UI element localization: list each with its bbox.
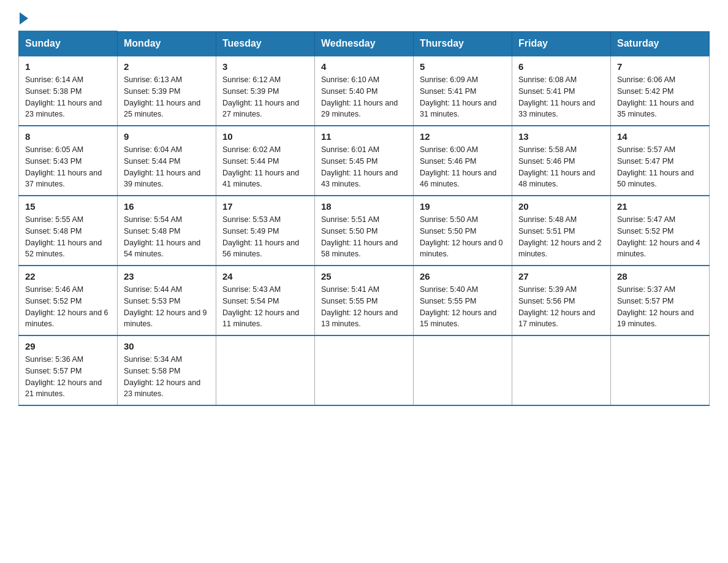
- calendar-cell: 4 Sunrise: 6:10 AMSunset: 5:40 PMDayligh…: [315, 56, 414, 126]
- logo-arrow-icon: [20, 12, 28, 25]
- day-info: Sunrise: 5:51 AMSunset: 5:50 PMDaylight:…: [321, 215, 398, 258]
- day-number: 29: [25, 341, 111, 351]
- day-info: Sunrise: 5:46 AMSunset: 5:52 PMDaylight:…: [25, 285, 108, 328]
- calendar-cell: 19 Sunrise: 5:50 AMSunset: 5:50 PMDaylig…: [414, 196, 512, 266]
- day-info: Sunrise: 6:13 AMSunset: 5:39 PMDaylight:…: [124, 75, 200, 118]
- day-info: Sunrise: 6:01 AMSunset: 5:45 PMDaylight:…: [321, 145, 398, 188]
- column-header-friday: Friday: [512, 31, 611, 56]
- day-info: Sunrise: 5:43 AMSunset: 5:54 PMDaylight:…: [222, 285, 299, 328]
- calendar-cell: 14 Sunrise: 5:57 AMSunset: 5:47 PMDaylig…: [611, 126, 710, 196]
- day-number: 8: [25, 131, 111, 142]
- day-info: Sunrise: 5:50 AMSunset: 5:50 PMDaylight:…: [420, 215, 503, 258]
- day-number: 4: [321, 61, 407, 72]
- day-number: 13: [518, 131, 604, 142]
- calendar-cell: 10 Sunrise: 6:02 AMSunset: 5:44 PMDaylig…: [216, 126, 315, 196]
- day-info: Sunrise: 5:34 AMSunset: 5:58 PMDaylight:…: [124, 355, 200, 398]
- calendar-cell: 23 Sunrise: 5:44 AMSunset: 5:53 PMDaylig…: [118, 266, 216, 335]
- day-number: 15: [25, 201, 111, 212]
- calendar-cell: 27 Sunrise: 5:39 AMSunset: 5:56 PMDaylig…: [512, 266, 611, 335]
- calendar-cell: 12 Sunrise: 6:00 AMSunset: 5:46 PMDaylig…: [414, 126, 512, 196]
- calendar-cell: 13 Sunrise: 5:58 AMSunset: 5:46 PMDaylig…: [512, 126, 611, 196]
- calendar-cell: 3 Sunrise: 6:12 AMSunset: 5:39 PMDayligh…: [216, 56, 315, 126]
- day-info: Sunrise: 5:53 AMSunset: 5:49 PMDaylight:…: [222, 215, 299, 258]
- day-number: 14: [617, 131, 703, 142]
- day-info: Sunrise: 6:02 AMSunset: 5:44 PMDaylight:…: [222, 145, 299, 188]
- day-info: Sunrise: 6:04 AMSunset: 5:44 PMDaylight:…: [124, 145, 200, 188]
- day-number: 28: [617, 271, 703, 282]
- calendar-cell: 28 Sunrise: 5:37 AMSunset: 5:57 PMDaylig…: [611, 266, 710, 335]
- calendar-cell: 9 Sunrise: 6:04 AMSunset: 5:44 PMDayligh…: [118, 126, 216, 196]
- day-number: 3: [222, 61, 308, 72]
- day-number: 17: [222, 201, 308, 212]
- day-number: 24: [222, 271, 308, 282]
- day-number: 9: [124, 131, 210, 142]
- calendar-cell: [414, 335, 512, 405]
- column-header-saturday: Saturday: [611, 31, 710, 56]
- day-info: Sunrise: 5:37 AMSunset: 5:57 PMDaylight:…: [617, 285, 694, 328]
- column-header-tuesday: Tuesday: [216, 31, 315, 56]
- calendar-cell: 16 Sunrise: 5:54 AMSunset: 5:48 PMDaylig…: [118, 196, 216, 266]
- day-info: Sunrise: 5:58 AMSunset: 5:46 PMDaylight:…: [518, 145, 595, 188]
- day-info: Sunrise: 5:57 AMSunset: 5:47 PMDaylight:…: [617, 145, 694, 188]
- day-number: 20: [518, 201, 604, 212]
- calendar-header-row: SundayMondayTuesdayWednesdayThursdayFrid…: [19, 31, 710, 56]
- calendar-cell: [216, 335, 315, 405]
- calendar-cell: 20 Sunrise: 5:48 AMSunset: 5:51 PMDaylig…: [512, 196, 611, 266]
- day-info: Sunrise: 5:44 AMSunset: 5:53 PMDaylight:…: [124, 285, 207, 328]
- day-info: Sunrise: 6:06 AMSunset: 5:42 PMDaylight:…: [617, 75, 694, 118]
- calendar-cell: 5 Sunrise: 6:09 AMSunset: 5:41 PMDayligh…: [414, 56, 512, 126]
- calendar-table: SundayMondayTuesdayWednesdayThursdayFrid…: [18, 31, 710, 406]
- column-header-wednesday: Wednesday: [315, 31, 414, 56]
- day-number: 27: [518, 271, 604, 282]
- day-number: 6: [518, 61, 604, 72]
- calendar-cell: 29 Sunrise: 5:36 AMSunset: 5:57 PMDaylig…: [19, 335, 118, 405]
- calendar-cell: 26 Sunrise: 5:40 AMSunset: 5:55 PMDaylig…: [414, 266, 512, 335]
- calendar-cell: 24 Sunrise: 5:43 AMSunset: 5:54 PMDaylig…: [216, 266, 315, 335]
- day-info: Sunrise: 5:47 AMSunset: 5:52 PMDaylight:…: [617, 215, 700, 258]
- calendar-week-row: 15 Sunrise: 5:55 AMSunset: 5:48 PMDaylig…: [19, 196, 710, 266]
- day-number: 25: [321, 271, 407, 282]
- day-number: 5: [420, 61, 506, 72]
- calendar-week-row: 29 Sunrise: 5:36 AMSunset: 5:57 PMDaylig…: [19, 335, 710, 405]
- day-info: Sunrise: 6:10 AMSunset: 5:40 PMDaylight:…: [321, 75, 398, 118]
- calendar-cell: [512, 335, 611, 405]
- calendar-cell: 11 Sunrise: 6:01 AMSunset: 5:45 PMDaylig…: [315, 126, 414, 196]
- day-number: 30: [124, 341, 210, 351]
- calendar-week-row: 1 Sunrise: 6:14 AMSunset: 5:38 PMDayligh…: [19, 56, 710, 126]
- day-number: 16: [124, 201, 210, 212]
- calendar-cell: 1 Sunrise: 6:14 AMSunset: 5:38 PMDayligh…: [19, 56, 118, 126]
- day-number: 22: [25, 271, 111, 282]
- day-info: Sunrise: 6:00 AMSunset: 5:46 PMDaylight:…: [420, 145, 496, 188]
- day-info: Sunrise: 5:48 AMSunset: 5:51 PMDaylight:…: [518, 215, 602, 258]
- day-info: Sunrise: 6:09 AMSunset: 5:41 PMDaylight:…: [420, 75, 496, 118]
- calendar-cell: [315, 335, 414, 405]
- column-header-thursday: Thursday: [414, 31, 512, 56]
- page-header: [18, 12, 710, 25]
- day-number: 19: [420, 201, 506, 212]
- day-info: Sunrise: 5:40 AMSunset: 5:55 PMDaylight:…: [420, 285, 496, 328]
- day-info: Sunrise: 5:41 AMSunset: 5:55 PMDaylight:…: [321, 285, 398, 328]
- calendar-cell: 30 Sunrise: 5:34 AMSunset: 5:58 PMDaylig…: [118, 335, 216, 405]
- calendar-week-row: 22 Sunrise: 5:46 AMSunset: 5:52 PMDaylig…: [19, 266, 710, 335]
- day-number: 1: [25, 61, 111, 72]
- calendar-cell: 22 Sunrise: 5:46 AMSunset: 5:52 PMDaylig…: [19, 266, 118, 335]
- logo: [18, 12, 29, 25]
- day-number: 26: [420, 271, 506, 282]
- calendar-cell: 8 Sunrise: 6:05 AMSunset: 5:43 PMDayligh…: [19, 126, 118, 196]
- day-number: 10: [222, 131, 308, 142]
- calendar-cell: 6 Sunrise: 6:08 AMSunset: 5:41 PMDayligh…: [512, 56, 611, 126]
- column-header-monday: Monday: [118, 31, 216, 56]
- day-number: 23: [124, 271, 210, 282]
- calendar-cell: 17 Sunrise: 5:53 AMSunset: 5:49 PMDaylig…: [216, 196, 315, 266]
- day-info: Sunrise: 5:55 AMSunset: 5:48 PMDaylight:…: [25, 215, 102, 258]
- day-number: 2: [124, 61, 210, 72]
- calendar-cell: 21 Sunrise: 5:47 AMSunset: 5:52 PMDaylig…: [611, 196, 710, 266]
- day-info: Sunrise: 6:12 AMSunset: 5:39 PMDaylight:…: [222, 75, 299, 118]
- day-info: Sunrise: 5:36 AMSunset: 5:57 PMDaylight:…: [25, 355, 102, 398]
- day-number: 11: [321, 131, 407, 142]
- day-info: Sunrise: 5:39 AMSunset: 5:56 PMDaylight:…: [518, 285, 595, 328]
- day-info: Sunrise: 6:05 AMSunset: 5:43 PMDaylight:…: [25, 145, 102, 188]
- day-number: 18: [321, 201, 407, 212]
- calendar-cell: 7 Sunrise: 6:06 AMSunset: 5:42 PMDayligh…: [611, 56, 710, 126]
- column-header-sunday: Sunday: [19, 31, 118, 56]
